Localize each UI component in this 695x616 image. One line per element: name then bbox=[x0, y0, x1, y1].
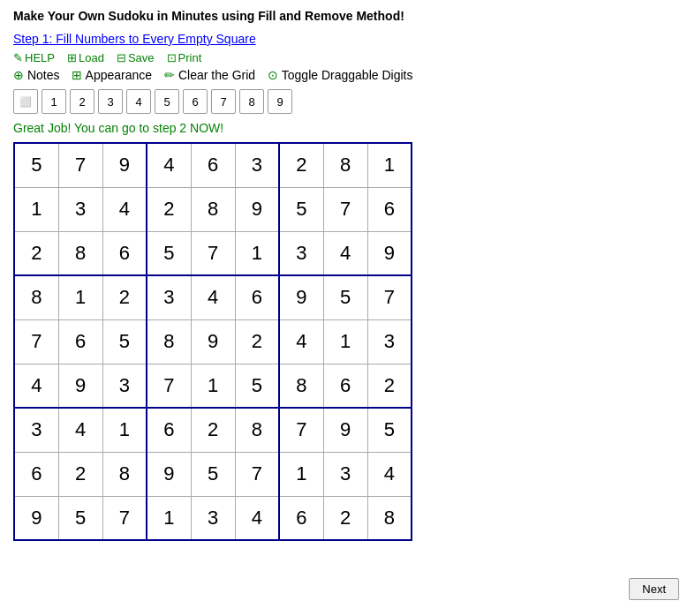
grid-cell[interactable]: 5 bbox=[147, 231, 191, 275]
grid-cell[interactable]: 9 bbox=[279, 275, 323, 319]
next-button[interactable]: Next bbox=[629, 578, 679, 600]
print-btn[interactable]: ⊡ Print bbox=[167, 51, 202, 64]
grid-cell[interactable]: 8 bbox=[14, 275, 58, 319]
grid-cell[interactable]: 7 bbox=[191, 231, 235, 275]
grid-cell[interactable]: 3 bbox=[323, 452, 367, 496]
grid-cell[interactable]: 4 bbox=[323, 231, 367, 275]
grid-cell[interactable]: 8 bbox=[235, 408, 279, 452]
grid-cell[interactable]: 7 bbox=[147, 364, 191, 408]
grid-cell[interactable]: 9 bbox=[191, 319, 235, 364]
grid-cell[interactable]: 5 bbox=[191, 452, 235, 496]
grid-cell[interactable]: 3 bbox=[147, 275, 191, 319]
grid-cell[interactable]: 5 bbox=[323, 275, 367, 319]
grid-cell[interactable]: 8 bbox=[147, 319, 191, 364]
grid-cell[interactable]: 5 bbox=[279, 187, 323, 231]
grid-cell[interactable]: 9 bbox=[14, 496, 58, 540]
grid-cell[interactable]: 4 bbox=[58, 408, 102, 452]
grid-cell[interactable]: 2 bbox=[235, 319, 279, 364]
grid-cell[interactable]: 7 bbox=[323, 187, 367, 231]
grid-cell[interactable]: 4 bbox=[279, 319, 323, 364]
digit-btn-9[interactable]: 9 bbox=[268, 89, 292, 114]
grid-cell[interactable]: 1 bbox=[323, 319, 367, 364]
grid-cell[interactable]: 2 bbox=[279, 143, 323, 187]
grid-cell[interactable]: 5 bbox=[58, 496, 102, 540]
help-btn[interactable]: ✎ HELP bbox=[13, 51, 55, 64]
grid-cell[interactable]: 4 bbox=[147, 143, 191, 187]
grid-cell[interactable]: 2 bbox=[58, 452, 102, 496]
grid-cell[interactable]: 1 bbox=[102, 408, 147, 452]
save-btn[interactable]: ⊟ Save bbox=[117, 51, 155, 64]
toggle-draggable-btn[interactable]: ⊙ Toggle Draggable Digits bbox=[268, 68, 412, 82]
grid-cell[interactable]: 2 bbox=[191, 408, 235, 452]
grid-cell[interactable]: 6 bbox=[147, 408, 191, 452]
grid-cell[interactable]: 4 bbox=[191, 275, 235, 319]
grid-cell[interactable]: 6 bbox=[279, 496, 323, 540]
grid-cell[interactable]: 3 bbox=[102, 364, 147, 408]
grid-cell[interactable]: 7 bbox=[102, 496, 147, 540]
digit-btn-7[interactable]: 7 bbox=[211, 89, 236, 114]
grid-cell[interactable]: 7 bbox=[367, 275, 412, 319]
grid-cell[interactable]: 8 bbox=[279, 364, 323, 408]
digit-btn-2[interactable]: 2 bbox=[70, 89, 94, 114]
grid-cell[interactable]: 9 bbox=[58, 364, 102, 408]
grid-cell[interactable]: 4 bbox=[102, 187, 147, 231]
grid-cell[interactable]: 3 bbox=[367, 319, 412, 364]
grid-cell[interactable]: 4 bbox=[235, 496, 279, 540]
grid-cell[interactable]: 6 bbox=[102, 231, 147, 275]
grid-cell[interactable]: 8 bbox=[367, 496, 412, 540]
eraser-btn[interactable]: ⬜ bbox=[13, 89, 38, 114]
grid-cell[interactable]: 3 bbox=[191, 496, 235, 540]
grid-cell[interactable]: 1 bbox=[235, 231, 279, 275]
grid-cell[interactable]: 2 bbox=[102, 275, 147, 319]
grid-cell[interactable]: 9 bbox=[367, 231, 412, 275]
grid-cell[interactable]: 1 bbox=[191, 364, 235, 408]
grid-cell[interactable]: 6 bbox=[191, 143, 235, 187]
grid-cell[interactable]: 7 bbox=[279, 408, 323, 452]
grid-cell[interactable]: 1 bbox=[58, 275, 102, 319]
grid-cell[interactable]: 5 bbox=[235, 364, 279, 408]
grid-cell[interactable]: 9 bbox=[147, 452, 191, 496]
grid-cell[interactable]: 6 bbox=[367, 187, 412, 231]
load-btn[interactable]: ⊞ Load bbox=[67, 51, 104, 64]
grid-cell[interactable]: 3 bbox=[14, 408, 58, 452]
grid-cell[interactable]: 7 bbox=[58, 143, 102, 187]
grid-cell[interactable]: 3 bbox=[279, 231, 323, 275]
notes-btn[interactable]: ⊕ Notes bbox=[13, 68, 59, 82]
digit-btn-3[interactable]: 3 bbox=[98, 89, 123, 114]
grid-cell[interactable]: 9 bbox=[102, 143, 147, 187]
grid-cell[interactable]: 8 bbox=[102, 452, 147, 496]
grid-cell[interactable]: 4 bbox=[14, 364, 58, 408]
grid-cell[interactable]: 8 bbox=[58, 231, 102, 275]
digit-btn-1[interactable]: 1 bbox=[42, 89, 66, 114]
grid-cell[interactable]: 6 bbox=[323, 364, 367, 408]
grid-cell[interactable]: 1 bbox=[14, 187, 58, 231]
grid-cell[interactable]: 6 bbox=[235, 275, 279, 319]
grid-cell[interactable]: 1 bbox=[279, 452, 323, 496]
grid-cell[interactable]: 8 bbox=[323, 143, 367, 187]
grid-cell[interactable]: 5 bbox=[14, 143, 58, 187]
grid-cell[interactable]: 2 bbox=[147, 187, 191, 231]
grid-cell[interactable]: 2 bbox=[367, 364, 412, 408]
digit-btn-4[interactable]: 4 bbox=[126, 89, 151, 114]
grid-cell[interactable]: 6 bbox=[14, 452, 58, 496]
grid-cell[interactable]: 2 bbox=[14, 231, 58, 275]
grid-cell[interactable]: 1 bbox=[147, 496, 191, 540]
grid-cell[interactable]: 3 bbox=[58, 187, 102, 231]
grid-cell[interactable]: 7 bbox=[235, 452, 279, 496]
grid-cell[interactable]: 5 bbox=[367, 408, 412, 452]
grid-cell[interactable]: 6 bbox=[58, 319, 102, 364]
appearance-btn[interactable]: ⊞ Appearance bbox=[72, 68, 152, 82]
grid-cell[interactable]: 1 bbox=[367, 143, 412, 187]
grid-cell[interactable]: 9 bbox=[235, 187, 279, 231]
digit-btn-5[interactable]: 5 bbox=[155, 89, 179, 114]
grid-cell[interactable]: 4 bbox=[367, 452, 412, 496]
grid-cell[interactable]: 5 bbox=[102, 319, 147, 364]
grid-cell[interactable]: 8 bbox=[191, 187, 235, 231]
digit-btn-8[interactable]: 8 bbox=[239, 89, 264, 114]
grid-cell[interactable]: 9 bbox=[323, 408, 367, 452]
digit-btn-6[interactable]: 6 bbox=[183, 89, 208, 114]
grid-cell[interactable]: 7 bbox=[14, 319, 58, 364]
grid-cell[interactable]: 3 bbox=[235, 143, 279, 187]
grid-cell[interactable]: 2 bbox=[323, 496, 367, 540]
clear-grid-btn[interactable]: ✏ Clear the Grid bbox=[164, 68, 255, 82]
